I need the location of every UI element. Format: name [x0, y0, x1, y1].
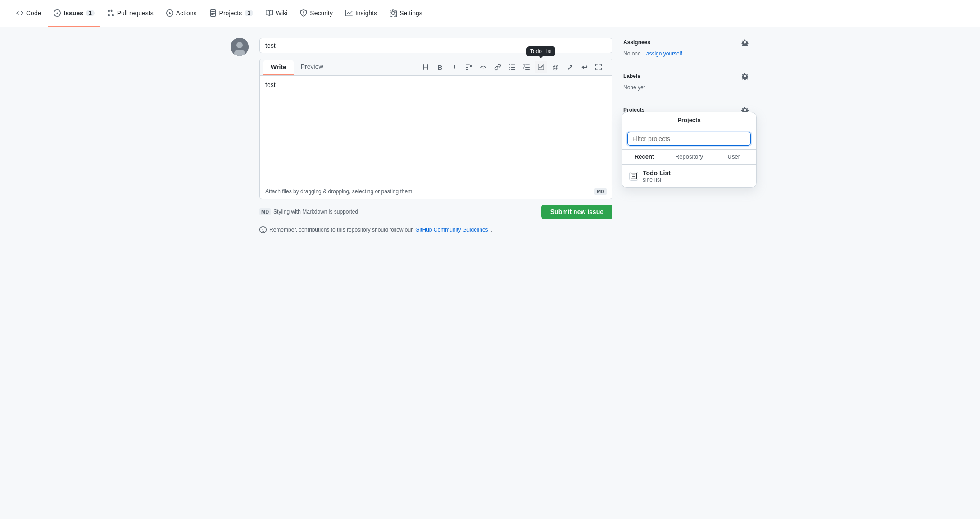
editor-body[interactable]: test [260, 76, 612, 184]
toolbar: B I <> [416, 59, 608, 75]
editor-container: Write Preview B I <> [259, 59, 612, 199]
community-period: . [491, 227, 492, 233]
nav-item-code[interactable]: Code [11, 0, 46, 27]
community-link[interactable]: GitHub Community Guidelines [415, 227, 488, 233]
sidebar-labels: Labels None yet [623, 64, 749, 98]
actions-icon [166, 9, 173, 17]
projects-popover: Projects Recent Repository User Todo Lis… [622, 112, 757, 188]
settings-icon [390, 9, 397, 17]
title-input[interactable] [259, 38, 612, 53]
nav-item-wiki[interactable]: Wiki [260, 0, 293, 27]
svg-point-1 [236, 42, 243, 48]
project-table-icon [629, 172, 638, 181]
popover-item-content: Todo List sineTlsl [643, 169, 671, 183]
editor-tabs: Write Preview B I <> [260, 59, 612, 76]
avatar [231, 38, 249, 56]
nav-label-insights: Insights [355, 9, 377, 17]
toolbar-code[interactable]: <> [477, 61, 490, 73]
nav-label-wiki: Wiki [276, 9, 287, 17]
toolbar-ol[interactable] [520, 61, 533, 73]
toolbar-fullscreen[interactable] [592, 61, 605, 73]
nav-bar: Code Issues 1 Pull requests Actions Proj… [0, 0, 980, 27]
assignees-header: Assignees [623, 38, 749, 47]
toolbar-undo[interactable]: ↩ [578, 61, 590, 73]
nav-item-insights[interactable]: Insights [340, 0, 382, 27]
nav-label-pr: Pull requests [117, 9, 154, 17]
nav-item-projects[interactable]: Projects 1 [204, 0, 259, 27]
attach-text: Attach files by dragging & dropping, sel… [265, 188, 414, 195]
nav-label-code: Code [26, 9, 41, 17]
toolbar-italic[interactable]: I [448, 61, 461, 73]
markdown-note-text: Styling with Markdown is supported [273, 209, 358, 215]
community-note: Remember, contributions to this reposito… [259, 226, 612, 233]
attach-area: Attach files by dragging & dropping, sel… [260, 184, 612, 199]
markdown-note: MD Styling with Markdown is supported [259, 208, 358, 215]
toolbar-todo-wrapper: Todo List [535, 61, 547, 73]
labels-header: Labels [623, 72, 749, 81]
editor-content: test [265, 81, 276, 88]
community-text: Remember, contributions to this reposito… [269, 227, 413, 233]
wiki-icon [266, 9, 273, 17]
assignees-gear[interactable] [740, 38, 749, 47]
popover-tabs: Recent Repository User [622, 150, 756, 165]
popover-project-item[interactable]: Todo List sineTlsl [622, 165, 756, 187]
nav-item-pull-requests[interactable]: Pull requests [102, 0, 159, 27]
code-icon [16, 9, 23, 17]
page-layout: Write Preview B I <> [220, 38, 760, 233]
tab-preview[interactable]: Preview [294, 59, 331, 75]
assignees-value: No one—assign yourself [623, 50, 749, 57]
markdown-badge: MD [594, 188, 607, 195]
toolbar-crossref[interactable]: ↗ [563, 61, 576, 73]
pr-icon [107, 9, 114, 17]
popover-item-name: Todo List [643, 169, 671, 177]
nav-label-issues: Issues [64, 9, 83, 17]
nav-item-actions[interactable]: Actions [161, 0, 202, 27]
nav-label-projects: Projects [219, 9, 242, 17]
nav-label-settings: Settings [399, 9, 422, 17]
projects-badge: 1 [245, 10, 253, 16]
nav-label-actions: Actions [176, 9, 197, 17]
info-icon [259, 226, 267, 233]
nav-label-security: Security [310, 9, 333, 17]
popover-tab-user[interactable]: User [712, 150, 756, 164]
project-filter-input[interactable] [627, 132, 751, 146]
popover-title: Projects [622, 112, 756, 128]
popover-item-sub: sineTlsl [643, 177, 671, 183]
form-area: Write Preview B I <> [259, 38, 612, 233]
tab-write[interactable]: Write [263, 60, 294, 75]
projects-icon [209, 9, 217, 17]
nav-item-issues[interactable]: Issues 1 [48, 0, 100, 27]
form-footer: MD Styling with Markdown is supported Su… [259, 205, 612, 219]
issues-icon [54, 9, 61, 17]
popover-tab-recent[interactable]: Recent [622, 150, 667, 164]
labels-gear[interactable] [740, 72, 749, 81]
popover-tab-repository[interactable]: Repository [667, 150, 711, 164]
nav-item-settings[interactable]: Settings [384, 0, 428, 27]
toolbar-ul[interactable] [506, 61, 518, 73]
toolbar-link[interactable] [491, 61, 504, 73]
no-assignee: No one— [623, 50, 646, 57]
insights-icon [345, 9, 353, 17]
popover-search-area [622, 128, 756, 150]
sidebar-projects: Projects Projects Recent Repository User [623, 98, 749, 126]
toolbar-todo[interactable] [535, 61, 547, 73]
issues-badge: 1 [86, 10, 95, 16]
labels-title: Labels [623, 73, 640, 79]
avatar-col [231, 38, 249, 56]
security-icon [300, 9, 307, 17]
nav-item-security[interactable]: Security [295, 0, 338, 27]
assignees-title: Assignees [623, 39, 650, 46]
toolbar-heading[interactable] [419, 61, 432, 73]
labels-value: None yet [623, 84, 749, 91]
submit-button[interactable]: Submit new issue [541, 205, 612, 219]
toolbar-quote[interactable] [463, 61, 475, 73]
sidebar-assignees: Assignees No one—assign yourself [623, 38, 749, 64]
toolbar-mention[interactable]: @ [549, 61, 562, 73]
sidebar: Assignees No one—assign yourself Labels … [623, 38, 749, 189]
toolbar-bold[interactable]: B [434, 61, 446, 73]
md-icon: MD [259, 208, 271, 215]
assign-yourself-link[interactable]: assign yourself [646, 50, 682, 57]
